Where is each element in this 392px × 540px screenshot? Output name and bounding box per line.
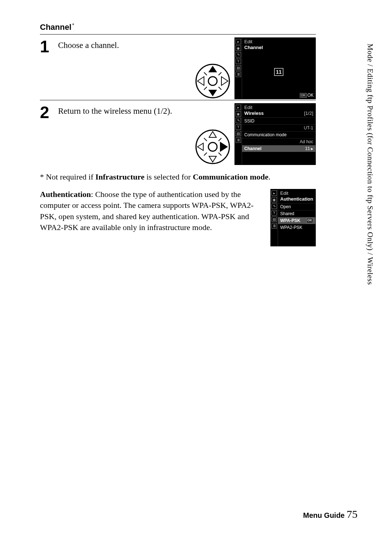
svg-line-18 bbox=[204, 153, 207, 156]
svg-line-17 bbox=[219, 138, 221, 141]
camera-screen-channel: ▸ ◉ ✎ Y ▤ ≣ Edit Channel 11 bbox=[234, 37, 316, 99]
divider bbox=[40, 34, 316, 35]
retouch-icon: ▤ bbox=[236, 131, 241, 136]
list-icon: ≣ bbox=[271, 223, 277, 229]
camera-icon: ◉ bbox=[236, 111, 241, 117]
camera-icon: ◉ bbox=[236, 45, 241, 51]
retouch-icon: ▤ bbox=[271, 217, 277, 222]
pencil-icon: ✎ bbox=[236, 118, 241, 123]
camera-screen-auth: ▸ ◉ ✎ Y ▤ ≣ Edit Authentication Open Sha… bbox=[270, 189, 316, 246]
channel-value: 11 bbox=[274, 68, 283, 76]
step-number: 1 bbox=[40, 38, 56, 55]
ok-text: OK bbox=[307, 93, 314, 98]
wrench-icon: Y bbox=[236, 124, 241, 130]
page-number: 75 bbox=[347, 508, 358, 520]
footnote: * Not required if Infrastructure is sele… bbox=[40, 172, 316, 182]
svg-marker-3 bbox=[208, 90, 217, 96]
svg-point-11 bbox=[208, 142, 217, 151]
ok-badge-icon: OK bbox=[300, 93, 307, 98]
note-bold: Infrastructure bbox=[95, 172, 144, 181]
svg-marker-12 bbox=[209, 132, 216, 137]
svg-marker-4 bbox=[197, 77, 204, 85]
screen-subtitle: Channel bbox=[244, 45, 263, 50]
wrench-icon: Y bbox=[271, 210, 277, 215]
dpad-updown-icon bbox=[195, 63, 231, 99]
svg-line-6 bbox=[204, 72, 207, 75]
menu-row: Ad hoc bbox=[242, 138, 315, 145]
menu-value: Ad hoc bbox=[300, 139, 313, 144]
step-2: 2 Return to the wireless menu (1/2). bbox=[40, 103, 316, 165]
note-text: * Not required if bbox=[40, 172, 95, 181]
divider bbox=[40, 100, 316, 100]
menu-value: 11 bbox=[305, 146, 310, 151]
dpad-right-icon bbox=[195, 129, 231, 165]
pencil-icon: ✎ bbox=[271, 203, 277, 209]
camera-screen-wireless: ▸ ◉ ✎ Y ▤ ≣ Edit Wireless [1/2] bbox=[234, 103, 316, 165]
svg-line-16 bbox=[204, 138, 207, 141]
menu-row-highlighted: WPA-PSK OK bbox=[278, 217, 315, 224]
menu-label: SSID bbox=[244, 118, 254, 124]
menu-label: Communication mode bbox=[244, 132, 287, 137]
pencil-icon: ✎ bbox=[236, 52, 241, 57]
section-heading: Channel* bbox=[40, 22, 316, 32]
screen-page: [1/2] bbox=[304, 110, 313, 116]
screen-title: Edit bbox=[242, 104, 315, 110]
step-number: 2 bbox=[40, 104, 56, 121]
menu-label: Shared bbox=[280, 211, 294, 216]
step-text: Choose a channel. bbox=[58, 37, 191, 51]
heading-asterisk: * bbox=[72, 22, 74, 28]
menu-row: Communication mode bbox=[242, 131, 315, 138]
svg-line-7 bbox=[219, 72, 221, 75]
menu-label: WPA2-PSK bbox=[280, 225, 302, 230]
list-icon: ≣ bbox=[236, 72, 241, 77]
arrow-icon: ▸ bbox=[311, 146, 313, 151]
menu-row: SSID bbox=[242, 117, 315, 124]
note-bold: Communication mode bbox=[193, 172, 268, 181]
step-text: Return to the wireless menu (1/2). bbox=[58, 103, 191, 117]
svg-point-1 bbox=[208, 77, 217, 85]
page-footer: Menu Guide 75 bbox=[303, 508, 358, 520]
menu-row: Shared bbox=[278, 210, 315, 217]
play-icon: ▸ bbox=[271, 190, 277, 196]
menu-label: Open bbox=[280, 204, 291, 209]
menu-label: Channel bbox=[244, 146, 261, 151]
retouch-icon: ▤ bbox=[236, 65, 241, 70]
auth-heading: Authentication bbox=[40, 190, 91, 199]
svg-line-9 bbox=[219, 87, 221, 90]
screen-subtitle: Authentication bbox=[280, 196, 313, 202]
wrench-icon: Y bbox=[236, 59, 241, 64]
ok-badge-icon: OK bbox=[306, 218, 314, 223]
heading-text: Channel bbox=[40, 23, 72, 32]
footer-label: Menu Guide bbox=[303, 511, 344, 519]
svg-marker-2 bbox=[208, 66, 217, 72]
side-breadcrumb: Mode / Editing ftp Profiles (for Connect… bbox=[366, 44, 375, 285]
note-text: is selected for bbox=[144, 172, 193, 181]
menu-row: WPA2-PSK bbox=[278, 224, 315, 231]
svg-marker-15 bbox=[220, 142, 228, 152]
screen-subtitle: Wireless bbox=[244, 110, 264, 116]
authentication-section: Authentication: Choose the type of authe… bbox=[40, 189, 316, 246]
note-text: . bbox=[269, 172, 271, 181]
camera-icon: ◉ bbox=[271, 197, 277, 202]
step-1: 1 Choose a channel. bbox=[40, 37, 316, 99]
menu-row-highlighted: Channel 11▸ bbox=[242, 145, 315, 152]
svg-line-8 bbox=[204, 87, 207, 90]
svg-marker-14 bbox=[197, 143, 203, 150]
svg-line-19 bbox=[219, 153, 221, 156]
screen-title: Edit bbox=[278, 189, 315, 196]
svg-marker-5 bbox=[221, 77, 228, 85]
menu-row: UT-1 bbox=[242, 124, 315, 131]
screen-title: Edit bbox=[242, 38, 315, 45]
svg-marker-13 bbox=[209, 156, 216, 162]
menu-value: UT-1 bbox=[304, 125, 313, 130]
play-icon: ▸ bbox=[236, 105, 241, 110]
play-icon: ▸ bbox=[236, 39, 241, 44]
menu-label: WPA-PSK bbox=[280, 218, 301, 223]
menu-row: Open bbox=[278, 203, 315, 210]
list-icon: ≣ bbox=[236, 137, 241, 143]
